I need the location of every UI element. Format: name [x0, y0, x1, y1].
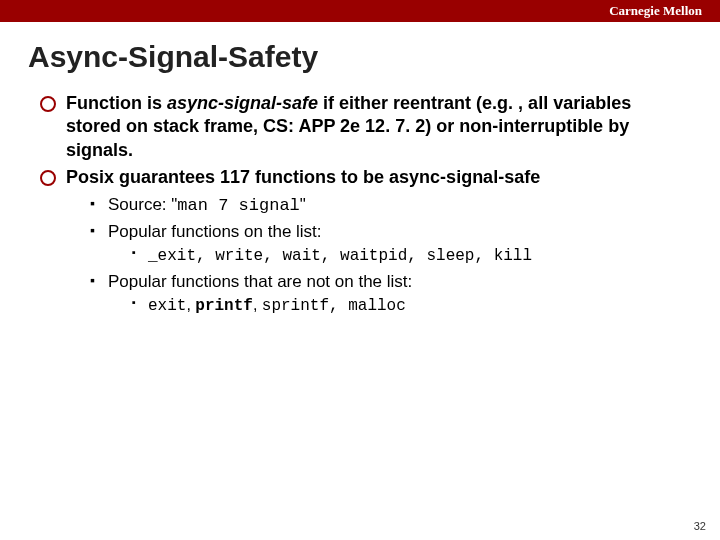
bullet-1: Function is async-signal-safe if either … — [40, 92, 680, 162]
sub-1-post: " — [300, 195, 306, 214]
header-bar: Carnegie Mellon — [0, 0, 720, 22]
sub-1-code: man 7 signal — [177, 196, 299, 215]
sub-2-code-text: _exit, write, wait, waitpid, sleep, kill — [148, 247, 532, 265]
page-number: 32 — [694, 520, 706, 532]
sub-1: Source: "man 7 signal" — [90, 194, 680, 217]
bullet-1-em: async-signal-safe — [167, 93, 318, 113]
slide-title: Async-Signal-Safety — [0, 22, 720, 82]
sub-2-code: _exit, write, wait, waitpid, sleep, kill — [132, 245, 680, 267]
bullet-2: Posix guarantees 117 functions to be asy… — [40, 166, 680, 316]
sub-3: Popular functions that are not on the li… — [90, 271, 680, 317]
sub-2: Popular functions on the list: _exit, wr… — [90, 221, 680, 267]
sub-3-sep1: , — [186, 296, 195, 313]
bullet-1-pre: Function is — [66, 93, 167, 113]
sub-1-pre: Source: " — [108, 195, 177, 214]
sub-3-c1: exit — [148, 297, 186, 315]
bullet-2-text: Posix guarantees 117 functions to be asy… — [66, 167, 540, 187]
sub-3-code: exit, printf, sprintf, malloc — [132, 295, 680, 317]
sub-3-sep2: , — [253, 296, 262, 313]
sub-3-c3: sprintf, malloc — [262, 297, 406, 315]
sub-2-text: Popular functions on the list: — [108, 222, 322, 241]
sub-3-c2: printf — [195, 297, 253, 315]
slide-content: Function is async-signal-safe if either … — [0, 82, 720, 316]
sub-3-text: Popular functions that are not on the li… — [108, 272, 412, 291]
header-org: Carnegie Mellon — [609, 3, 702, 19]
